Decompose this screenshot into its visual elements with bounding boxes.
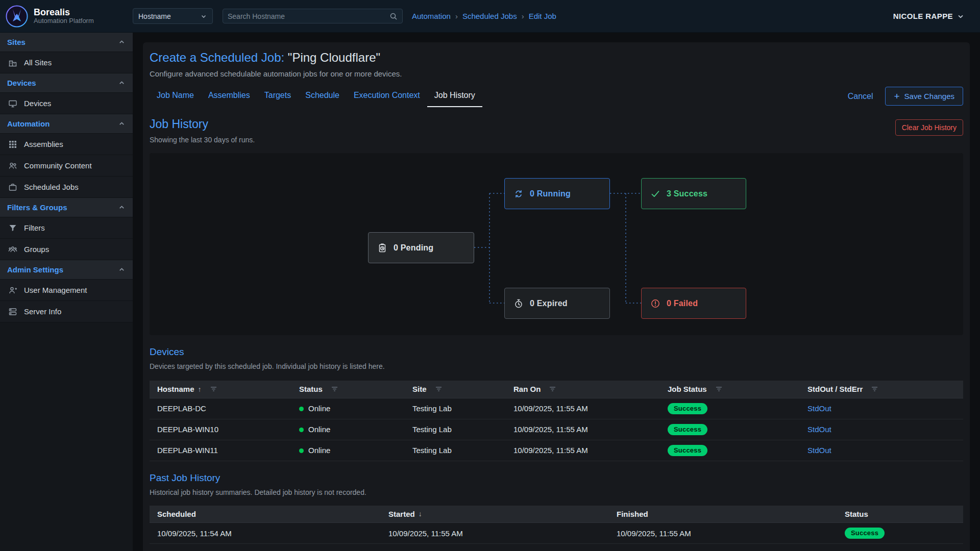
column-header-finished[interactable]: Finished [609, 506, 837, 523]
tab-job-history[interactable]: Job History [427, 85, 482, 107]
filter-icon[interactable] [210, 385, 217, 393]
community-icon [8, 161, 17, 170]
stdout-cell: StdOut [800, 419, 963, 440]
section-label: Sites [7, 38, 26, 46]
flow-node-label: 0 Failed [667, 299, 698, 308]
column-header-started[interactable]: Started ↓ [381, 506, 609, 523]
tab-job-name[interactable]: Job Name [150, 85, 201, 107]
search-input[interactable] [228, 12, 389, 20]
search-icon[interactable] [389, 12, 398, 20]
chevron-down-icon [200, 13, 207, 20]
tab-targets[interactable]: Targets [257, 85, 298, 107]
section-label: Admin Settings [7, 265, 63, 274]
stdout-link[interactable]: StdOut [807, 425, 831, 434]
sidebar-item-label: Community Content [24, 161, 92, 170]
flow-node-running: 0 Running [504, 178, 610, 209]
sidebar-item-label: User Management [24, 286, 87, 294]
sidebar-item-all-sites[interactable]: All Sites [0, 52, 133, 73]
sidebar-section-devices[interactable]: Devices [0, 73, 133, 93]
borealis-logo-icon [5, 5, 29, 28]
sidebar-item-user-management[interactable]: User Management [0, 280, 133, 301]
buildings-icon [8, 58, 17, 67]
column-header-ran-on[interactable]: Ran On [506, 381, 660, 398]
flow-node-label: 3 Success [667, 189, 707, 198]
sidebar-item-scheduled-jobs[interactable]: Scheduled Jobs [0, 177, 133, 198]
user-icon [8, 286, 17, 295]
cancel-button[interactable]: Cancel [848, 92, 873, 101]
hostname-select[interactable]: Hostname [133, 8, 213, 24]
main-content: Create a Scheduled Job: "Ping Cloudflare… [133, 33, 980, 551]
sidebar-item-devices[interactable]: Devices [0, 93, 133, 114]
chevron-down-icon [957, 12, 965, 20]
filter-icon [8, 223, 17, 233]
column-label: Started [388, 510, 415, 518]
stdout-link[interactable]: StdOut [807, 404, 831, 413]
sidebar-item-label: Devices [24, 99, 51, 108]
breadcrumb-scheduled-jobs[interactable]: Scheduled Jobs [462, 12, 517, 20]
page-subtitle: Configure advanced schedulable automatio… [150, 69, 963, 78]
sidebar-item-label: Groups [24, 245, 49, 254]
hostname-cell: DEEPLAB-WIN11 [150, 440, 291, 461]
column-label: Job Status [668, 385, 707, 393]
filter-icon[interactable] [715, 385, 723, 393]
sidebar-item-label: Assemblies [24, 140, 63, 148]
filter-icon[interactable] [549, 385, 556, 393]
breadcrumb: Automation › Scheduled Jobs › Edit Job [412, 12, 556, 20]
save-changes-label: Save Changes [904, 92, 954, 101]
devices-subheading: Devices targeted by this scheduled job. … [150, 362, 963, 370]
clear-job-history-button[interactable]: Clear Job History [895, 119, 963, 136]
sidebar-section-filters-groups[interactable]: Filters & Groups [0, 198, 133, 217]
sidebar-item-filters[interactable]: Filters [0, 217, 133, 239]
check-success-icon [650, 189, 660, 199]
site-cell: Testing Lab [405, 440, 506, 461]
column-header-status[interactable]: Status [291, 381, 405, 398]
column-header-hostname[interactable]: Hostname ↑ [150, 381, 291, 398]
column-header-stdout-stderr[interactable]: StdOut / StdErr [800, 381, 963, 398]
stdout-link[interactable]: StdOut [807, 446, 831, 455]
sort-asc-icon: ↑ [198, 385, 202, 393]
past-job-history-table: Scheduled Started ↓ Finished Status 10/0… [150, 506, 963, 544]
sidebar-item-assemblies[interactable]: Assemblies [0, 134, 133, 155]
status-text: Online [308, 446, 330, 455]
chevron-up-icon [118, 38, 126, 46]
sort-desc-icon: ↓ [419, 510, 422, 518]
filter-icon[interactable] [331, 385, 338, 393]
breadcrumb-automation[interactable]: Automation [412, 12, 451, 20]
column-label: Status [299, 385, 323, 393]
column-label: Hostname [157, 385, 194, 393]
ran-on-cell: 10/09/2025, 11:55 AM [506, 440, 660, 461]
tab-assemblies[interactable]: Assemblies [201, 85, 257, 107]
refresh-running-icon [513, 189, 524, 199]
column-header-job-status[interactable]: Job Status [660, 381, 800, 398]
filter-icon[interactable] [435, 385, 443, 393]
column-header-scheduled[interactable]: Scheduled [150, 506, 381, 523]
tabs-row: Job Name Assemblies Targets Schedule Exe… [150, 85, 963, 107]
sidebar-item-server-info[interactable]: Server Info [0, 301, 133, 322]
breadcrumb-edit-job[interactable]: Edit Job [529, 12, 556, 20]
edit-job-card: Create a Scheduled Job: "Ping Cloudflare… [143, 42, 970, 551]
sidebar-item-community-content[interactable]: Community Content [0, 155, 133, 177]
column-label: Site [412, 385, 427, 393]
tab-schedule[interactable]: Schedule [298, 85, 347, 107]
devices-heading: Devices [150, 346, 963, 358]
brand-name: Borealis [34, 7, 94, 18]
tab-execution-context[interactable]: Execution Context [347, 85, 427, 107]
column-header-site[interactable]: Site [405, 381, 506, 398]
page-title-job-name: "Ping Cloudflare" [288, 51, 380, 64]
page-title-prefix: Create a Scheduled Job: [150, 51, 284, 64]
sidebar-section-automation[interactable]: Automation [0, 114, 133, 134]
section-label: Filters & Groups [7, 203, 67, 212]
sidebar-item-groups[interactable]: Groups [0, 239, 133, 260]
devices-table-header-row: Hostname ↑ Status Site Ran On [150, 381, 963, 398]
column-header-status[interactable]: Status [837, 506, 963, 523]
sidebar-section-admin-settings[interactable]: Admin Settings [0, 260, 133, 280]
table-row: DEEPLAB-WIN10 Online Testing Lab 10/09/2… [150, 419, 963, 440]
stdout-cell: StdOut [800, 440, 963, 461]
user-menu[interactable]: NICOLE RAPPE [893, 12, 965, 20]
column-label: StdOut / StdErr [807, 385, 863, 393]
briefcase-icon [8, 183, 17, 192]
sidebar-section-sites[interactable]: Sites [0, 33, 133, 52]
filter-icon[interactable] [871, 385, 878, 393]
chevron-up-icon [118, 79, 126, 87]
save-changes-button[interactable]: + Save Changes [885, 87, 963, 106]
